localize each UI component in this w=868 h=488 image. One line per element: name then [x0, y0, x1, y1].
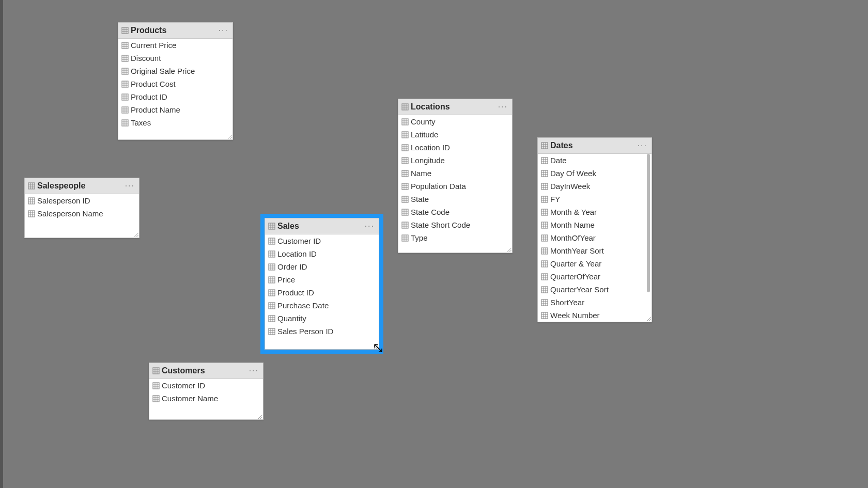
svg-rect-47 — [28, 198, 35, 204]
field-item[interactable]: Customer Name — [149, 392, 263, 405]
field-item[interactable]: Quarter & Year — [538, 257, 652, 270]
svg-rect-20 — [122, 81, 128, 87]
field-item[interactable]: FY — [538, 193, 652, 206]
field-item[interactable]: State Code — [398, 206, 512, 218]
field-item[interactable]: MonthOfYear — [538, 231, 652, 244]
resize-grip-icon[interactable] — [646, 316, 651, 321]
table-card-products[interactable]: Products···Current PriceDiscountOriginal… — [118, 22, 233, 140]
field-icon — [401, 131, 409, 138]
svg-rect-240 — [541, 300, 548, 306]
field-label: Latitude — [411, 130, 438, 139]
field-item[interactable]: Month Name — [538, 218, 652, 231]
table-header[interactable]: Customers··· — [149, 363, 263, 379]
field-item[interactable]: Customer ID — [149, 379, 263, 392]
field-item[interactable]: Quantity — [265, 312, 379, 325]
table-card-dates[interactable]: Dates···DateDay Of WeekDayInWeekFYMonth … — [537, 137, 652, 322]
field-label: Month Name — [550, 221, 595, 229]
field-list: CountyLatitudeLocation IDLongitudeNamePo… — [398, 115, 512, 253]
svg-line-41 — [230, 137, 232, 139]
field-item[interactable]: Location ID — [265, 247, 379, 260]
svg-rect-30 — [122, 107, 128, 113]
resize-grip-icon[interactable] — [133, 232, 138, 237]
field-item[interactable]: Latitude — [398, 128, 512, 141]
table-card-salespeople[interactable]: Salespeople···Salesperson IDSalesperson … — [24, 178, 140, 238]
field-item[interactable]: State — [398, 193, 512, 206]
field-item[interactable]: Month & Year — [538, 206, 652, 218]
svg-rect-116 — [153, 396, 159, 402]
svg-rect-235 — [541, 287, 548, 293]
field-item[interactable]: Product Name — [118, 103, 233, 116]
field-item[interactable]: Purchase Date — [265, 299, 379, 312]
svg-line-122 — [260, 417, 262, 419]
svg-line-58 — [136, 235, 138, 237]
field-item[interactable]: Salesperson Name — [25, 207, 139, 220]
field-item[interactable]: Week Number — [538, 309, 652, 322]
field-label: Customer Name — [162, 394, 218, 403]
field-item[interactable]: State Short Code — [398, 218, 512, 231]
field-item[interactable]: Location ID — [398, 141, 512, 154]
field-icon — [268, 289, 275, 296]
table-card-customers[interactable]: Customers···Customer IDCustomer Name — [149, 363, 264, 420]
field-item[interactable]: Product Cost — [118, 77, 233, 90]
field-item[interactable]: Product ID — [118, 90, 233, 103]
field-icon — [401, 170, 409, 177]
field-item[interactable]: DayInWeek — [538, 180, 652, 193]
field-item[interactable]: Customer ID — [265, 234, 379, 247]
more-options-icon[interactable]: ··· — [637, 141, 648, 150]
field-item[interactable]: Product ID — [265, 286, 379, 299]
field-label: Product Cost — [131, 80, 176, 88]
table-header[interactable]: Locations··· — [398, 99, 512, 115]
table-card-locations[interactable]: Locations···CountyLatitudeLocation IDLon… — [398, 99, 513, 253]
field-item[interactable]: Salesperson ID — [25, 194, 139, 207]
resize-grip-icon[interactable] — [227, 134, 232, 139]
field-item[interactable]: Taxes — [118, 116, 233, 129]
svg-rect-64 — [269, 238, 275, 244]
more-options-icon[interactable]: ··· — [497, 102, 509, 112]
svg-rect-5 — [122, 42, 128, 49]
scrollbar-thumb[interactable] — [647, 154, 650, 292]
table-header[interactable]: Products··· — [118, 23, 233, 39]
field-item[interactable]: QuarterOfYear — [538, 270, 652, 283]
more-options-icon[interactable]: ··· — [218, 26, 229, 35]
field-item[interactable]: Name — [398, 167, 512, 180]
more-options-icon[interactable]: ··· — [124, 181, 136, 191]
svg-rect-230 — [541, 274, 548, 280]
table-header[interactable]: Dates··· — [538, 138, 652, 154]
field-item[interactable]: MonthYear Sort — [538, 244, 652, 257]
field-label: Customer ID — [277, 237, 321, 245]
scrollbar[interactable] — [647, 154, 651, 317]
field-icon — [541, 247, 548, 255]
field-item[interactable]: ShortYear — [538, 296, 652, 309]
field-list: Customer IDLocation IDOrder IDPriceProdu… — [265, 234, 379, 349]
table-card-sales[interactable]: Sales···Customer IDLocation IDOrder IDPr… — [265, 218, 379, 350]
svg-rect-0 — [122, 27, 128, 34]
field-item[interactable]: Order ID — [265, 260, 379, 273]
field-item[interactable]: Sales Person ID — [265, 325, 379, 338]
field-label: State Short Code — [411, 221, 470, 229]
resize-grip-icon[interactable] — [257, 414, 262, 419]
resize-grip-icon[interactable] — [373, 343, 378, 349]
field-item[interactable]: Current Price — [118, 39, 233, 52]
field-item[interactable]: Price — [265, 273, 379, 286]
field-item[interactable]: Discount — [118, 52, 233, 65]
field-item[interactable]: QuarterYear Sort — [538, 283, 652, 296]
field-item[interactable]: Type — [398, 231, 512, 244]
svg-rect-25 — [122, 94, 128, 100]
svg-rect-89 — [269, 303, 275, 309]
table-header[interactable]: Sales··· — [265, 218, 379, 234]
more-options-icon[interactable]: ··· — [364, 222, 376, 231]
svg-rect-190 — [541, 170, 548, 177]
field-item[interactable]: County — [398, 115, 512, 128]
field-item[interactable]: Day Of Week — [538, 167, 652, 180]
field-item[interactable]: Date — [538, 154, 652, 167]
svg-rect-99 — [269, 328, 275, 335]
svg-rect-200 — [541, 196, 548, 202]
more-options-icon[interactable]: ··· — [248, 366, 260, 375]
table-header[interactable]: Salespeople··· — [25, 178, 139, 194]
field-item[interactable]: Longitude — [398, 154, 512, 167]
field-icon — [268, 238, 275, 245]
field-item[interactable]: Original Sale Price — [118, 65, 233, 77]
field-item[interactable]: Population Data — [398, 180, 512, 193]
field-label: Product ID — [277, 288, 314, 297]
resize-grip-icon[interactable] — [506, 247, 512, 252]
